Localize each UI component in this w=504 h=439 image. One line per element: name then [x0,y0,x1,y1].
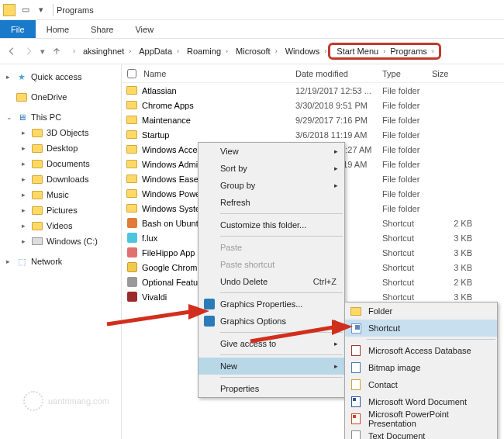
sidebar-item[interactable]: ▸Desktop [0,140,121,156]
gear-icon [23,391,43,411]
menu-item[interactable]: Customize this folder... [198,216,344,233]
sidebar-item[interactable]: ▸Downloads [0,171,121,187]
menu-item[interactable]: Properties [198,380,344,397]
sidebar-item[interactable]: ▸Windows (C:) [0,233,121,249]
table-row[interactable]: Maintenance9/29/2017 7:16 PMFile folder [122,112,504,127]
menu-item[interactable]: Undo DeleteCtrl+Z [198,273,344,290]
navbar: ▾ ›aksinghnet›AppData›Roaming›Microsoft›… [0,39,504,64]
col-size[interactable]: Size [432,69,478,78]
qat-props-icon[interactable]: ▭ [19,3,33,17]
back-button[interactable] [3,43,20,60]
breadcrumb-segment[interactable]: Roaming› [182,45,231,57]
tab-share[interactable]: Share [80,20,124,38]
col-name[interactable]: Name [142,69,295,78]
table-row[interactable]: Atlassian12/19/2017 12:53 ...File folder [122,83,504,98]
sidebar-network[interactable]: ▸⬚Network [0,254,121,269]
menu-item[interactable]: Refresh [198,194,344,211]
select-all-checkbox[interactable] [127,69,136,78]
breadcrumb-segment[interactable]: aksinghnet› [78,45,134,57]
folder-icon [3,4,16,16]
sidebar-this-pc[interactable]: ⌄🖥This PC [0,109,121,125]
breadcrumb-segment[interactable]: Programs› [387,47,436,56]
breadcrumb[interactable]: ›aksinghnet›AppData›Roaming›Microsoft›Wi… [70,43,501,60]
tab-home[interactable]: Home [36,20,80,38]
file-tab[interactable]: File [0,20,36,38]
menu-item[interactable]: Folder [345,302,497,320]
menu-item[interactable]: Microsoft PowerPoint Presentation [345,410,497,427]
menu-item[interactable]: Shortcut [345,320,497,337]
new-submenu: FolderShortcutMicrosoft Access DatabaseB… [344,302,498,439]
menu-item[interactable]: Contact [345,376,497,393]
menu-item[interactable]: Microsoft Access Database [345,342,497,359]
titlebar: ▭ ▾ Programs [0,0,504,20]
table-row[interactable]: Chrome Apps3/30/2018 9:51 PMFile folder [122,98,504,112]
breadcrumb-segment[interactable]: Windows› [281,45,330,57]
sidebar-label: OneDrive [31,92,67,102]
col-type[interactable]: Type [382,69,432,78]
sidebar-quick-access[interactable]: ▸★Quick access [0,69,121,85]
menu-item[interactable]: Sort by▸ [198,160,344,177]
context-menu: View▸Sort by▸Group by▸RefreshCustomize t… [198,142,345,398]
divider [53,4,54,16]
menu-item[interactable]: Give access to▸ [198,335,344,352]
sidebar-label: Quick access [31,72,81,81]
watermark: uantrimang.com [23,391,109,411]
recent-dropdown[interactable]: ▾ [37,43,48,60]
tab-view[interactable]: View [124,20,164,38]
menu-item[interactable]: Group by▸ [198,177,344,194]
col-date[interactable]: Date modified [295,69,382,78]
sidebar-item[interactable]: ▸3D Objects [0,125,121,140]
folder-icon [16,93,27,102]
menu-item[interactable]: Graphics Options▸ [198,313,344,330]
sidebar-item[interactable]: ▸Videos [0,218,121,233]
qat-dropdown-icon[interactable]: ▾ [34,3,48,17]
menu-item[interactable]: View▸ [198,143,344,160]
breadcrumb-segment[interactable]: Start Menu› [333,47,387,56]
sidebar-label: Network [31,257,62,266]
menu-item[interactable]: Bitmap image [345,359,497,376]
sidebar: ▸★Quick access OneDrive ⌄🖥This PC ▸3D Ob… [0,64,122,439]
menu-item[interactable]: Graphics Properties... [198,296,344,313]
menu-item[interactable]: Microsoft Word Document [345,393,497,410]
window-title: Programs [57,5,94,15]
forward-button[interactable] [20,43,37,60]
sidebar-label: This PC [31,112,61,122]
ribbon: File Home Share View [0,20,504,39]
breadcrumb-segment[interactable]: Microsoft› [231,45,281,57]
table-row[interactable]: Startup3/6/2018 11:19 AMFile folder [122,127,504,142]
menu-item[interactable]: Text Document [345,427,497,439]
menu-item: Paste [198,239,344,256]
sidebar-item[interactable]: ▸Music [0,187,121,202]
up-button[interactable] [48,43,65,60]
menu-item[interactable]: New▸ [198,358,344,375]
breadcrumb-segment[interactable]: AppData› [134,45,182,57]
column-headers: Name Date modified Type Size [122,64,504,83]
sidebar-onedrive[interactable]: OneDrive [0,89,121,105]
sidebar-item[interactable]: ▸Documents [0,156,121,171]
menu-item: Paste shortcut [198,256,344,273]
sidebar-item[interactable]: ▸Pictures [0,202,121,218]
